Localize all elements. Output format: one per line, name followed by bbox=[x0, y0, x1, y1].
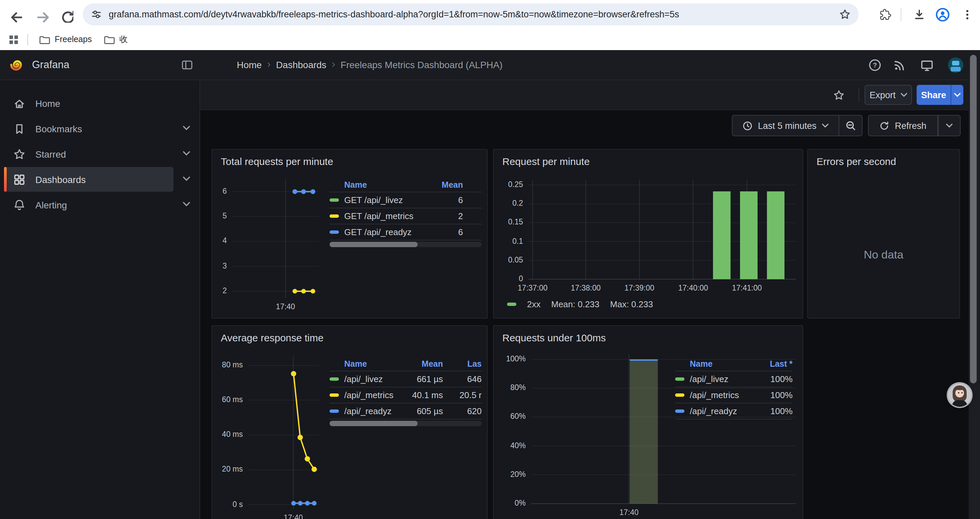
series-color-chip[interactable] bbox=[675, 377, 684, 381]
chevron-down-icon bbox=[954, 93, 961, 97]
help-icon[interactable] bbox=[869, 59, 881, 72]
panel-title[interactable]: Request per minute bbox=[502, 156, 590, 167]
legend-row[interactable]: /api/_metrics 40.1 ms 20.5 r bbox=[329, 387, 482, 403]
legend-hscrollbar[interactable] bbox=[329, 421, 482, 426]
y-axis-tick: 40% bbox=[486, 441, 526, 449]
x-axis-tick: 17:40:00 bbox=[667, 284, 720, 292]
refresh-label: Refresh bbox=[895, 121, 927, 131]
bookmark-star-icon[interactable] bbox=[839, 9, 851, 20]
legend-col-name[interactable]: Name bbox=[344, 180, 367, 190]
legend-mean: Mean: 0.233 bbox=[551, 299, 600, 309]
breadcrumb-separator: › bbox=[326, 50, 340, 80]
url-text[interactable]: grafana.mathmast.com/d/deytv4rwavabkb/fr… bbox=[109, 3, 832, 26]
user-avatar[interactable] bbox=[948, 57, 963, 73]
floating-assistant-avatar[interactable] bbox=[948, 383, 971, 407]
y-axis-tick: 60 ms bbox=[203, 395, 243, 404]
no-data-message: No data bbox=[808, 249, 959, 262]
news-rss-icon[interactable] bbox=[893, 59, 906, 72]
chevron-down-icon[interactable] bbox=[183, 176, 190, 181]
zoom-out-icon bbox=[845, 120, 856, 131]
sidebar-item-starred[interactable]: Starred bbox=[0, 142, 200, 166]
legend-row[interactable]: /api/_readyz 100% bbox=[675, 404, 792, 419]
legend-row[interactable]: /api/_livez 661 µs 646 bbox=[329, 371, 482, 387]
legend-col-name[interactable]: Name bbox=[690, 359, 713, 369]
apps-grid-icon[interactable] bbox=[8, 34, 19, 45]
browser-reload-button[interactable] bbox=[57, 7, 73, 23]
series-color-chip[interactable] bbox=[329, 377, 339, 381]
sidebar-item-label: Bookmarks bbox=[35, 117, 82, 141]
share-menu-button[interactable] bbox=[951, 85, 963, 105]
sidebar-item-home[interactable]: Home bbox=[0, 91, 200, 115]
panel-title[interactable]: Errors per second bbox=[816, 156, 896, 167]
legend-row[interactable]: /api/_metrics 100% bbox=[675, 387, 792, 403]
panel-title[interactable]: Requests under 100ms bbox=[502, 332, 606, 343]
chevron-down-icon[interactable] bbox=[183, 202, 190, 206]
share-split-button: Share bbox=[916, 85, 963, 105]
legend-row[interactable]: GET /api/_readyz 6 bbox=[329, 224, 482, 240]
panel-requests-under-100ms[interactable]: Requests under 100ms 17:40100%80%60%40%2… bbox=[493, 325, 803, 519]
sidebar-item-bookmarks[interactable]: Bookmarks bbox=[0, 117, 200, 141]
sidebar-item-dashboards[interactable]: Dashboards bbox=[0, 168, 200, 192]
grafana-brand[interactable]: Grafana bbox=[32, 50, 69, 80]
screen: grafana.mathmast.com/d/deytv4rwavabkb/fr… bbox=[0, 0, 980, 519]
browser-forward-button[interactable] bbox=[33, 7, 49, 23]
legend-col-last[interactable]: Las bbox=[467, 359, 482, 369]
panel-errors-per-second[interactable]: Errors per second No data bbox=[807, 149, 960, 319]
browser-menu-icon[interactable] bbox=[961, 9, 973, 21]
profile-avatar-icon[interactable] bbox=[935, 7, 950, 22]
legend-hscrollbar[interactable] bbox=[329, 242, 482, 247]
browser-back-button[interactable] bbox=[6, 7, 22, 23]
kiosk-monitor-icon[interactable] bbox=[921, 59, 933, 72]
refresh-button[interactable]: Refresh bbox=[868, 115, 938, 136]
chart-request-per-minute[interactable]: 17:37:0017:38:0017:39:0017:40:0017:41:00… bbox=[528, 180, 796, 279]
avatar-art bbox=[952, 61, 959, 65]
star-icon bbox=[13, 148, 25, 160]
panel-avg-response-time[interactable]: Average response time 17:4080 ms60 ms40 … bbox=[212, 325, 488, 519]
legend-col-mean[interactable]: Mean bbox=[422, 359, 443, 369]
panel-title[interactable]: Average response time bbox=[221, 332, 323, 343]
home-icon bbox=[13, 97, 25, 110]
chart-avg-response-time[interactable]: 17:4080 ms60 ms40 ms20 ms0 s bbox=[248, 356, 319, 509]
legend-row[interactable]: GET /api/_metrics 2 bbox=[329, 208, 482, 224]
series-color-chip[interactable] bbox=[329, 230, 339, 234]
favorite-star-icon[interactable] bbox=[833, 89, 845, 101]
legend-col-last[interactable]: Last * bbox=[770, 359, 792, 369]
sidebar-item-alerting[interactable]: Alerting bbox=[0, 193, 200, 217]
sidebar-item-label: Starred bbox=[35, 142, 66, 166]
series-color-chip[interactable] bbox=[329, 409, 339, 413]
chart-total-requests[interactable]: 17:4065432 bbox=[232, 180, 319, 298]
series-color-chip[interactable] bbox=[675, 409, 684, 413]
address-bar[interactable]: grafana.mathmast.com/d/deytv4rwavabkb/fr… bbox=[83, 3, 859, 26]
refresh-interval-button[interactable] bbox=[938, 115, 961, 136]
chevron-down-icon bbox=[900, 93, 907, 97]
grafana-logo-icon[interactable] bbox=[10, 57, 25, 72]
sidebar-item-label: Dashboards bbox=[35, 168, 86, 192]
panel-title[interactable]: Total requests per minute bbox=[221, 156, 333, 167]
extensions-icon[interactable] bbox=[879, 9, 891, 21]
series-color-chip[interactable] bbox=[329, 214, 339, 218]
chevron-down-icon[interactable] bbox=[183, 126, 190, 130]
page-scrollbar[interactable] bbox=[970, 55, 977, 383]
series-color-chip[interactable] bbox=[675, 393, 684, 397]
breadcrumb-dashboards[interactable]: Dashboards bbox=[276, 50, 326, 80]
zoom-out-button[interactable] bbox=[839, 115, 862, 136]
panel-request-per-minute[interactable]: Request per minute 17:37:0017:38:0017:39… bbox=[493, 149, 803, 319]
site-settings-icon[interactable] bbox=[91, 9, 102, 20]
legend-col-mean[interactable]: Mean bbox=[442, 180, 463, 190]
legend-inline[interactable]: 2xx Mean: 0.233 Max: 0.233 bbox=[507, 299, 653, 309]
series-color-chip[interactable] bbox=[329, 198, 339, 202]
time-range-picker[interactable]: Last 5 minutes bbox=[732, 115, 839, 136]
dashboard-content: Last 5 minutes Refresh Total requests pe… bbox=[200, 110, 980, 519]
share-button[interactable]: Share bbox=[916, 85, 951, 105]
legend-row[interactable]: GET /api/_livez 6 bbox=[329, 192, 482, 208]
chevron-down-icon[interactable] bbox=[183, 151, 190, 156]
export-button[interactable]: Export bbox=[865, 85, 912, 105]
downloads-icon[interactable] bbox=[913, 9, 925, 21]
series-color-chip[interactable] bbox=[329, 393, 339, 397]
legend-col-name[interactable]: Name bbox=[344, 359, 367, 369]
sidebar-toggle-icon[interactable] bbox=[181, 59, 193, 70]
legend-row[interactable]: /api/_livez 100% bbox=[675, 371, 792, 387]
legend-row[interactable]: /api/_readyz 605 µs 620 bbox=[329, 404, 482, 419]
breadcrumb-home[interactable]: Home bbox=[237, 50, 262, 80]
panel-total-requests[interactable]: Total requests per minute 17:4065432 Nam… bbox=[212, 149, 488, 319]
